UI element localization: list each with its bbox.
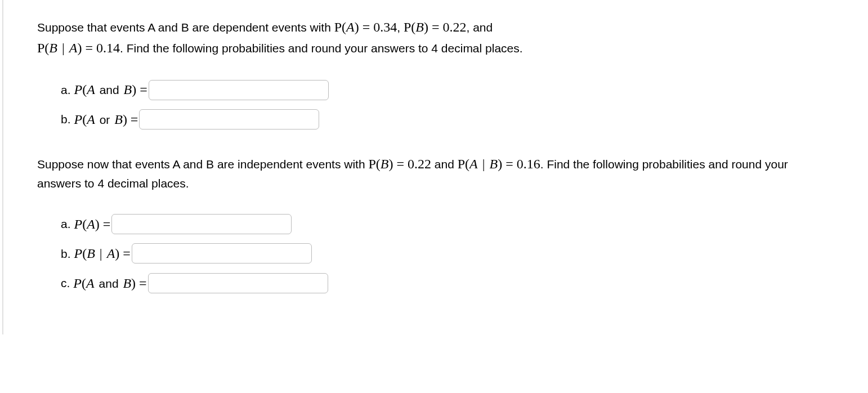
- item-expr: P(A and B) =: [74, 79, 147, 100]
- item-expr: P(A or B) =: [74, 109, 138, 130]
- part2-items: a. P(A) = b. P(B | A) = c. P(A and B) =: [37, 213, 834, 294]
- item-letter: c.: [61, 274, 70, 293]
- item-letter: a.: [61, 215, 71, 234]
- item-expr: P(A and B) =: [73, 273, 146, 294]
- part1-intro-suffix: . Find the following probabilities and r…: [120, 42, 523, 55]
- part2-item-a: a. P(A) =: [61, 213, 834, 235]
- part2-item-b: b. P(B | A) =: [61, 243, 834, 264]
- part1-item-b: b. P(A or B) =: [61, 109, 834, 130]
- part1-items: a. P(A and B) = b. P(A or B) =: [37, 79, 834, 130]
- part2-pab: P(A | B) = 0.16: [458, 157, 540, 171]
- part1-item-a: a. P(A and B) =: [61, 79, 834, 100]
- part2-intro: Suppose now that events A and B are inde…: [37, 154, 834, 193]
- part1-pa: P(A) = 0.34: [334, 20, 397, 34]
- part2-pb: P(B) = 0.22: [368, 157, 431, 171]
- question-page: Suppose that events A and B are dependen…: [2, 0, 868, 334]
- part2-item-c: c. P(A and B) =: [61, 273, 834, 294]
- item-letter: b.: [61, 110, 71, 129]
- item-expr: P(B | A) =: [74, 243, 131, 264]
- answer-input-p-b-given-a[interactable]: [132, 243, 312, 264]
- part1-intro: Suppose that events A and B are dependen…: [37, 17, 834, 59]
- part2-sep1: and: [431, 158, 458, 171]
- answer-input-p-a[interactable]: [111, 214, 292, 234]
- item-letter: b.: [61, 244, 71, 264]
- item-letter: a.: [61, 81, 71, 100]
- part2-intro-prefix: Suppose now that events A and B are inde…: [37, 158, 368, 171]
- part1-sep1: ,: [397, 21, 404, 34]
- item-expr: P(A) =: [74, 213, 111, 235]
- answer-input-p-a-or-b[interactable]: [139, 109, 319, 129]
- part1-pb: P(B) = 0.22: [404, 20, 467, 34]
- answer-input-p-a-and-b-2[interactable]: [148, 273, 328, 293]
- part1-intro-prefix: Suppose that events A and B are dependen…: [37, 21, 334, 34]
- part1-sep2: , and: [466, 21, 493, 34]
- part1-pba: P(B | A) = 0.14: [37, 41, 120, 55]
- answer-input-p-a-and-b[interactable]: [149, 80, 329, 100]
